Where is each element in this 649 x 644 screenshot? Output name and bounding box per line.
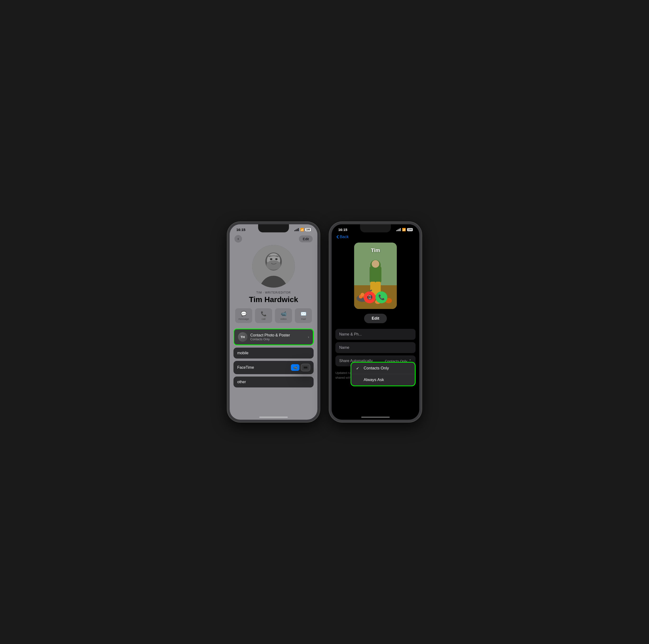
contact-photo-poster-row[interactable]: TH Contact Photo & Poster Contacts Only … bbox=[233, 329, 314, 345]
message-button[interactable]: 💬 message bbox=[235, 308, 252, 323]
home-indicator-right bbox=[361, 416, 390, 418]
chevron-left-icon: ‹ bbox=[237, 237, 239, 241]
avatar bbox=[252, 245, 295, 288]
svg-point-3 bbox=[266, 260, 280, 270]
contact-row-text: Contact Photo & Poster Contacts Only bbox=[250, 333, 305, 341]
accept-icon: 📞 bbox=[378, 294, 385, 300]
poster-row-title: Contact Photo & Poster bbox=[250, 333, 305, 337]
contact-name: Tim Hardwick bbox=[249, 295, 298, 304]
signal-icon-right bbox=[396, 228, 401, 231]
phone-icon: 📞 bbox=[261, 311, 267, 317]
always-ask-option: Always Ask bbox=[363, 377, 384, 382]
poster-row-subtitle: Contacts Only bbox=[250, 337, 305, 341]
other-row[interactable]: other bbox=[233, 376, 314, 388]
edit-pill-button[interactable]: Edit bbox=[364, 314, 387, 323]
facetime-icons: 📹 📞 bbox=[291, 364, 310, 371]
call-buttons: 📵 📞 bbox=[354, 288, 397, 307]
svg-point-13 bbox=[372, 260, 379, 268]
dropdown-contacts-only[interactable]: ✓ Contacts Only bbox=[351, 363, 415, 374]
other-label: other bbox=[237, 380, 246, 384]
video-label: video bbox=[280, 318, 287, 320]
facetime-phone-icon[interactable]: 📞 bbox=[301, 364, 310, 371]
facetime-phone-call-icon: 📞 bbox=[304, 366, 308, 369]
settings-section: Name & Ph... Name Share Automatically Co… bbox=[332, 329, 419, 366]
wifi-icon: 📶 bbox=[300, 228, 304, 232]
name-label: Name bbox=[339, 346, 349, 350]
wifi-icon-right: 📶 bbox=[402, 228, 406, 232]
settings-header: Back bbox=[332, 233, 419, 243]
chevron-right-icon: › bbox=[308, 335, 309, 339]
decline-icon: 📵 bbox=[366, 294, 373, 300]
name-row[interactable]: Name bbox=[335, 342, 416, 353]
decline-button[interactable]: 📵 bbox=[363, 291, 376, 303]
left-phone: 16:15 📶 100 ‹ Edit bbox=[227, 222, 320, 422]
svg-point-5 bbox=[275, 258, 277, 260]
poster-preview: Tim 📵 📞 bbox=[354, 243, 397, 309]
message-label: message bbox=[239, 318, 249, 320]
header-buttons: ‹ Edit bbox=[234, 235, 313, 243]
right-phone: 16:15 📶 100 Back bbox=[329, 222, 422, 422]
message-icon: 💬 bbox=[241, 311, 247, 317]
battery-icon: 100 bbox=[305, 228, 311, 231]
back-label: Back bbox=[340, 235, 349, 239]
contacts-only-option: Contacts Only bbox=[363, 366, 389, 371]
video-camera-icon: 📹 bbox=[293, 366, 297, 369]
svg-point-4 bbox=[270, 258, 272, 260]
dropdown-always-ask[interactable]: Always Ask bbox=[351, 374, 415, 386]
video-icon: 📹 bbox=[280, 311, 287, 317]
status-bar-left: 16:15 📶 100 bbox=[230, 224, 317, 233]
battery-icon-right: 100 bbox=[407, 228, 413, 231]
contact-avatar-initials: TH bbox=[238, 332, 248, 342]
home-indicator bbox=[259, 416, 288, 418]
poster-name: Tim bbox=[354, 247, 397, 253]
facetime-row[interactable]: FaceTime 📹 📞 bbox=[233, 361, 314, 374]
call-label: call bbox=[262, 318, 266, 320]
name-pronunciation-label: Name & Ph... bbox=[339, 332, 362, 336]
facetime-video-icon[interactable]: 📹 bbox=[291, 364, 299, 371]
back-link[interactable]: Back bbox=[336, 235, 349, 239]
video-button[interactable]: 📹 video bbox=[275, 308, 292, 323]
mail-label: mail bbox=[301, 318, 306, 320]
mobile-row[interactable]: mobile bbox=[233, 348, 314, 359]
contact-list: TH Contact Photo & Poster Contacts Only … bbox=[230, 329, 317, 390]
name-pronunciation-row[interactable]: Name & Ph... bbox=[335, 329, 416, 340]
call-button[interactable]: 📞 call bbox=[255, 308, 272, 323]
mail-icon: ✉️ bbox=[301, 311, 306, 317]
time-left: 16:15 bbox=[236, 228, 245, 232]
back-button[interactable]: ‹ bbox=[234, 235, 242, 243]
facetime-label: FaceTime bbox=[237, 365, 254, 370]
status-icons-left: 📶 100 bbox=[294, 228, 311, 232]
back-chevron-icon bbox=[336, 235, 339, 239]
mobile-label: mobile bbox=[237, 351, 248, 355]
signal-icon bbox=[294, 228, 299, 231]
mail-button[interactable]: ✉️ mail bbox=[295, 308, 312, 323]
status-bar-right: 16:15 📶 100 bbox=[332, 224, 419, 233]
time-right: 16:15 bbox=[338, 228, 347, 232]
contact-header: ‹ Edit T bbox=[230, 233, 317, 329]
contact-subtitle: TIM · WRITER/EDITOR bbox=[256, 291, 291, 294]
accept-button[interactable]: 📞 bbox=[376, 291, 387, 303]
status-icons-right: 📶 100 bbox=[396, 228, 413, 232]
checkmark-icon: ✓ bbox=[356, 366, 361, 371]
edit-button[interactable]: Edit bbox=[299, 236, 313, 242]
action-buttons: 💬 message 📞 call 📹 video ✉️ mail bbox=[235, 308, 312, 323]
dropdown-menu[interactable]: ✓ Contacts Only Always Ask bbox=[351, 362, 416, 386]
